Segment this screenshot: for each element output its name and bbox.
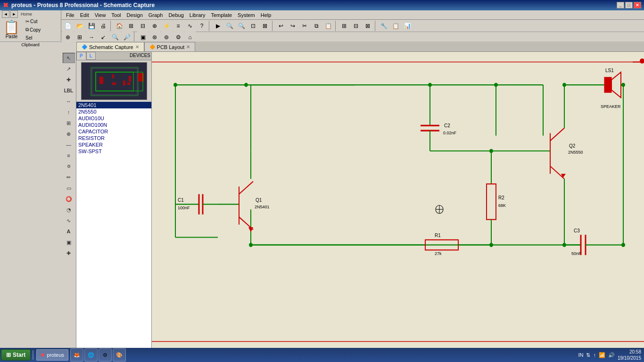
power-btn[interactable]: ⚡ [161, 20, 172, 32]
tab-pcb-close[interactable]: ✕ [186, 44, 190, 49]
start-button[interactable]: ⊞ Start [1, 349, 31, 361]
menu-system[interactable]: System [235, 10, 258, 19]
taskbar-chrome[interactable]: 🌐 [84, 348, 98, 362]
print-btn[interactable]: 🖨 [98, 20, 109, 32]
select-button[interactable]: Sel [23, 34, 43, 41]
device-capacitor[interactable]: CAPACITOR [76, 128, 151, 135]
device-audio10u[interactable]: AUDIO10U [76, 115, 151, 122]
menu-tool[interactable]: Tool [108, 10, 124, 19]
pcb2-btn[interactable]: ⊛ [149, 32, 160, 43]
tb2-3[interactable]: → [86, 32, 97, 43]
pcb3-btn[interactable]: ⊚ [161, 32, 172, 43]
menu-library[interactable]: Library [187, 10, 208, 19]
align2-btn[interactable]: ⊟ [350, 20, 362, 32]
tb2-4[interactable]: ↙ [98, 32, 109, 43]
pcb4-btn[interactable]: ⚙ [173, 32, 184, 43]
lt-add[interactable]: ✚ [63, 248, 75, 258]
device-sw-spst[interactable]: SW-SPST [76, 148, 151, 155]
lt-terminal[interactable]: ⊕ [63, 129, 75, 139]
prop-btn[interactable]: 🔧 [378, 20, 389, 32]
zoom-out-btn[interactable]: 🔍 [236, 20, 247, 32]
menu-file[interactable]: File [63, 10, 77, 19]
taskbar-settings[interactable]: ⚙ [99, 348, 112, 362]
new-btn[interactable]: 📄 [62, 20, 74, 32]
paste-button[interactable]: 📋 Paste [0, 19, 23, 41]
cut2-btn[interactable]: ✂ [299, 20, 310, 32]
back-btn[interactable]: ◄ [2, 10, 9, 18]
device-audio100n[interactable]: AUDIO100N [76, 122, 151, 128]
save-btn[interactable]: 💾 [86, 20, 97, 32]
device-2n5550[interactable]: 2N5550 [76, 108, 151, 115]
redo-btn[interactable]: ↪ [287, 20, 298, 32]
lt-component[interactable]: ↗ [63, 64, 75, 74]
component-pick[interactable]: ⊕ [149, 20, 160, 32]
lt-arc[interactable]: ◔ [63, 205, 75, 215]
netlist-btn[interactable]: 📋 [390, 20, 401, 32]
wire-btn[interactable]: ∿ [184, 20, 196, 32]
lt-ellipse[interactable]: ⭕ [63, 194, 75, 204]
copy-button[interactable]: ⧉ Copy [23, 26, 43, 33]
panel-tab-p[interactable]: P [76, 52, 86, 60]
lt-label[interactable]: LBL [63, 85, 75, 96]
menu-template[interactable]: Template [208, 10, 235, 19]
sep2 [209, 21, 211, 31]
fwd-btn[interactable]: ► [10, 10, 18, 18]
tab-schematic-close[interactable]: ✕ [135, 44, 139, 49]
zoom-in-btn[interactable]: 🔍 [224, 20, 235, 32]
menu-edit[interactable]: Edit [77, 10, 92, 19]
grid2-btn[interactable]: ⊟ [137, 20, 149, 32]
menu-debug[interactable]: Debug [165, 10, 186, 19]
paste2-btn[interactable]: 📋 [322, 20, 334, 32]
open-btn[interactable]: 📂 [74, 20, 85, 32]
pcb5-btn[interactable]: ⌂ [184, 32, 196, 43]
lt-box[interactable]: ▭ [63, 183, 75, 193]
tb2-1[interactable]: ⊕ [62, 32, 74, 43]
taskbar-extra[interactable]: 🎨 [113, 348, 126, 362]
run-btn[interactable]: ▶ [212, 20, 223, 32]
minimize-button[interactable]: _ [617, 2, 624, 8]
lt-busentry[interactable]: ≡ [63, 150, 75, 161]
grid-btn[interactable]: ⊞ [125, 20, 137, 32]
close-button[interactable]: ✕ [634, 2, 641, 8]
tb2-5[interactable]: 🔍 [109, 32, 121, 43]
menu-help[interactable]: Help [258, 10, 274, 19]
zoom-sel-btn[interactable]: ⊠ [259, 20, 271, 32]
lt-wire[interactable]: ↔ [63, 96, 75, 107]
tab-pcb[interactable]: 🔶 PCB Layout ✕ [144, 42, 196, 51]
taskbar-firefox[interactable]: 🦊 [70, 348, 83, 362]
lt-attribute[interactable]: ⚙ [63, 161, 75, 172]
lt-symbol[interactable]: ▣ [63, 237, 75, 247]
cut-button[interactable]: ✂ Cut [23, 18, 43, 25]
maximize-button[interactable]: □ [625, 2, 633, 8]
panel-tab-l[interactable]: L [86, 52, 96, 60]
tb2-2[interactable]: ⊞ [74, 32, 85, 43]
lt-path[interactable]: ∿ [63, 215, 75, 226]
align1-btn[interactable]: ⊞ [339, 20, 350, 32]
lt-bus[interactable]: ↑ [63, 107, 75, 117]
undo-btn[interactable]: ↩ [275, 20, 287, 32]
menu-design[interactable]: Design [124, 10, 146, 19]
menu-view[interactable]: View [92, 10, 109, 19]
bus-btn[interactable]: ≡ [173, 20, 184, 32]
device-resistor[interactable]: RESISTOR [76, 135, 151, 141]
device-2n5401[interactable]: 2N5401 [76, 102, 151, 108]
taskbar-proteus[interactable]: ✖ proteus [36, 349, 68, 361]
lt-subcircuit[interactable]: ⊞ [63, 118, 75, 128]
pcb-btn[interactable]: ▣ [137, 32, 149, 43]
align3-btn[interactable]: ⊠ [362, 20, 373, 32]
zoom-all-btn[interactable]: ⊡ [248, 20, 259, 32]
copy2-btn[interactable]: ⧉ [311, 20, 322, 32]
device-speaker[interactable]: SPEAKER [76, 141, 151, 148]
lt-text[interactable]: ✏ [63, 172, 75, 182]
schematic-area[interactable]: C1 100nF Q1 2N5401 C2 0.02nF [152, 52, 644, 352]
lt-text2[interactable]: A [63, 226, 75, 237]
lt-junction[interactable]: ✚ [63, 74, 75, 85]
bom-btn[interactable]: 📊 [402, 20, 413, 32]
help-btn[interactable]: ? [196, 20, 207, 32]
house-btn[interactable]: 🏠 [114, 20, 125, 32]
lt-line[interactable]: — [63, 140, 75, 150]
lt-select[interactable]: ↖ [63, 53, 75, 63]
tab-schematic[interactable]: 🔷 Schematic Capture ✕ [76, 42, 144, 51]
tb2-6[interactable]: 🔎 [121, 32, 132, 43]
menu-graph[interactable]: Graph [146, 10, 166, 19]
